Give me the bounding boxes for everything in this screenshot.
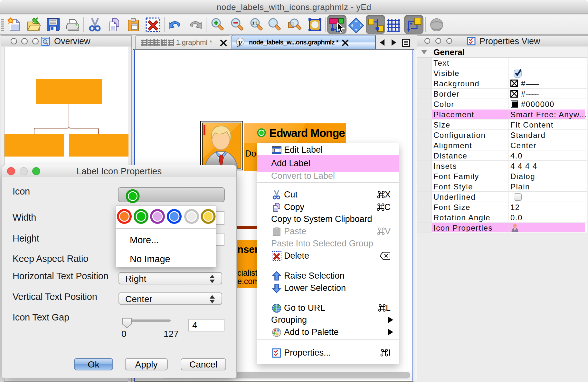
svg-text:1:1: 1:1 xyxy=(252,21,258,25)
svg-text:y: y xyxy=(237,38,242,47)
